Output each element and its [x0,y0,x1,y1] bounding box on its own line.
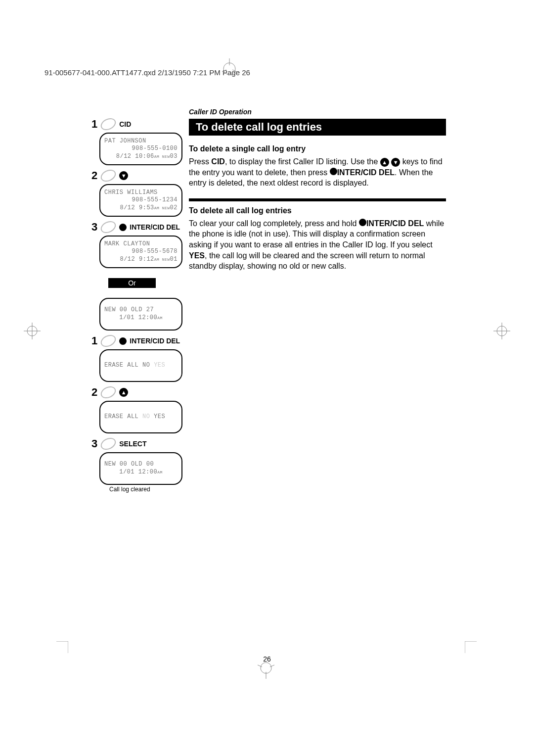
lcd-line: 8/12 9:53AM NEW02 [104,204,178,212]
lcd-line: NEW 00 OLD 00 [104,461,178,469]
lcd-screen-2: CHRIS WILLIAMS 908-555-1234 8/12 9:53AM … [99,184,182,217]
lcd-line: ERASE ALL NO YES [104,362,178,370]
down-arrow-icon: ▼ [391,158,400,167]
text: , the call log will be cleared and the s… [189,251,425,271]
step-number: 3 [91,437,97,450]
page-title: To delete call log entries [189,121,322,134]
button-oval-icon [99,332,118,349]
lcd-line: 908-555-5678 [104,248,178,256]
yes-bold: YES [189,251,205,260]
lcd-line: NEW 00 OLD 27 [104,306,178,314]
lcd-screen-6: ERASE ALL NO YES [99,401,182,433]
crop-corner-br [465,641,477,653]
lcd-line: 8/12 10:06AM NEW03 [104,153,178,161]
lcd-screen-4: NEW 00 OLD 27 1/01 12:00AM [99,298,182,331]
para-single-delete: Press CID, to display the first Caller I… [189,156,446,189]
up-arrow-icon: ▲ [380,158,389,167]
subhead-delete-all: To delete all call log entries [189,206,446,215]
title-bar: To delete call log entries [189,119,446,136]
step-1-cid: 1 CID [91,118,180,131]
step-3-intercid: 3 INTER/CID DEL [91,221,180,234]
lcd-line: 1/01 12:00AM [104,314,178,322]
inter-bold: INTER/CID DEL [337,168,395,177]
lcd-line: 8/12 9:12AM NEW01 [104,256,178,264]
up-arrow-icon: ▲ [119,388,128,397]
lcd-screen-3: MARK CLAYTON 908-555-5678 8/12 9:12AM NE… [99,236,182,268]
text: To clear your call log completely, press… [189,219,359,228]
crop-mark-bottom [258,662,274,679]
lcd-line: ERASE ALL NO YES [104,413,178,421]
button-oval-icon [99,116,118,132]
button-oval-icon [99,167,118,184]
cid-bold: CID [211,157,225,166]
step-number: 2 [91,386,97,399]
lcd-caption: Call log cleared [109,486,180,493]
dot-icon [119,337,127,345]
lcd-line: 908-555-1234 [104,196,178,204]
cid-label: CID [119,120,131,128]
button-oval-icon [99,219,118,235]
button-oval-icon [99,384,118,400]
text: , to display the first Caller ID listing… [225,157,380,166]
step-2-down: 2 ▼ [91,169,180,182]
step-2b-up: 2 ▲ [91,386,180,399]
subhead-single-delete: To delete a single call log entry [189,144,446,153]
dot-icon [119,224,127,231]
step-number: 1 [91,334,97,347]
dot-icon [330,168,337,175]
lcd-screen-7: NEW 00 OLD 00 1/01 12:00AM [99,452,182,485]
step-number: 1 [91,118,97,131]
text: Press [189,157,211,166]
lcd-line: 1/01 12:00AM [104,469,178,476]
print-job-header: 91-005677-041-000.ATT1477.qxd 2/13/1950 … [44,68,250,77]
lcd-line: PAT JOHNSON [104,138,178,145]
step-3b-select: 3 SELECT [91,437,180,450]
lcd-line: 908-555-0100 [104,145,178,153]
section-label: Caller ID Operation [189,108,446,116]
crop-corner-bl [56,641,68,653]
intercid-label: INTER/CID DEL [130,223,180,231]
step-number: 2 [91,169,97,182]
registration-mark-left [24,323,41,339]
svg-point-14 [261,662,271,673]
step-1b-intercid: 1 INTER/CID DEL [91,334,180,347]
lcd-line: CHRIS WILLIAMS [104,189,178,197]
down-arrow-icon: ▼ [119,171,128,180]
lcd-screen-5: ERASE ALL NO YES [99,349,182,382]
select-label: SELECT [119,440,146,448]
lcd-screen-1: PAT JOHNSON 908-555-0100 8/12 10:06AM NE… [99,133,182,165]
step-number: 3 [91,221,97,234]
or-divider: Or [108,278,156,288]
crop-mark-icon [222,58,237,75]
divider [189,198,446,201]
intercid-label: INTER/CID DEL [130,337,180,345]
registration-mark-right [493,323,510,339]
dot-icon [359,219,366,226]
para-delete-all: To clear your call log completely, press… [189,218,446,272]
button-oval-icon [99,435,118,452]
page-number: 26 [0,655,534,663]
lcd-line: MARK CLAYTON [104,240,178,248]
inter-bold: INTER/CID DEL [366,219,424,228]
